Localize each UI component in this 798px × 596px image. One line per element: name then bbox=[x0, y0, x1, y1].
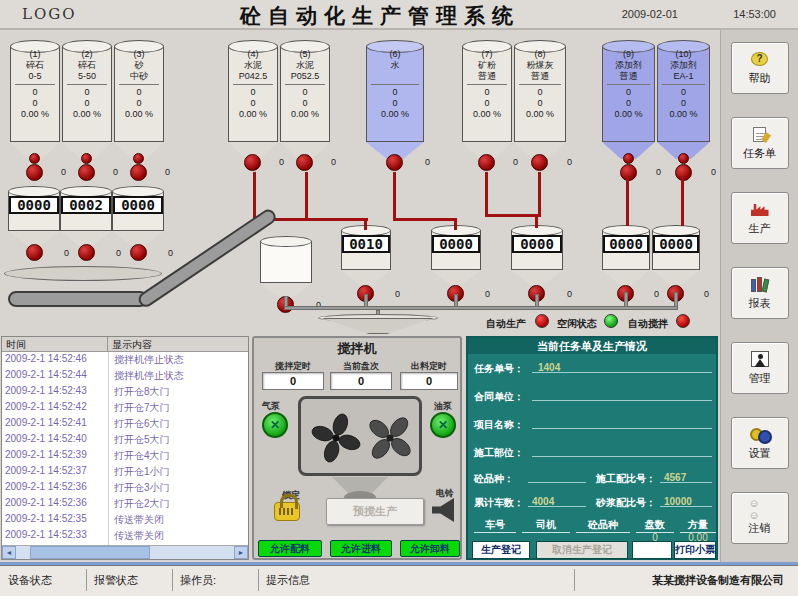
sidebar-button-5[interactable]: 管理 bbox=[731, 342, 789, 394]
log-row[interactable]: 2009-2-1 14:52:41打开仓6大门 bbox=[2, 416, 248, 432]
silo-material: 碎石 bbox=[63, 60, 111, 71]
silo-2: (2)碎石5-50000.00 %0 bbox=[62, 40, 112, 192]
silo-gate-valve[interactable] bbox=[133, 153, 144, 164]
log-header: 时间 显示内容 bbox=[2, 337, 248, 352]
scale-display: 0010 bbox=[342, 235, 390, 253]
red-pipe bbox=[305, 172, 308, 220]
allow-button-3[interactable]: 允许卸料 bbox=[400, 540, 460, 557]
silo-value-2: 0 bbox=[63, 98, 111, 109]
log-time: 2009-2-1 14:52:39 bbox=[2, 448, 108, 464]
log-time: 2009-2-1 14:52:35 bbox=[2, 512, 108, 528]
sidebar-button-7[interactable]: ☺☺注销 bbox=[731, 492, 789, 544]
silo-body: (9)添加剂普通000.00 % bbox=[602, 46, 655, 142]
silo-discharge-valve[interactable] bbox=[531, 154, 548, 171]
log-row[interactable]: 2009-2-1 14:52:44搅拌机停止状态 bbox=[2, 368, 248, 384]
silo-material: 矿粉 bbox=[463, 60, 511, 71]
sidebar-button-1[interactable]: ?帮助 bbox=[731, 42, 789, 94]
silo-discharge-valve[interactable] bbox=[478, 154, 495, 171]
scale-valve[interactable] bbox=[78, 244, 95, 261]
silo-value-1: 0 bbox=[603, 87, 654, 98]
log-message: 打开仓5大门 bbox=[108, 432, 176, 448]
silo-discharge-valve[interactable] bbox=[130, 164, 147, 181]
task-field-value-1: 1404 bbox=[538, 362, 560, 373]
log-row[interactable]: 2009-2-1 14:52:40打开仓5大门 bbox=[2, 432, 248, 448]
silo-spec: 0-5 bbox=[11, 71, 59, 82]
task-table-header-3: 砼品种 bbox=[576, 518, 630, 533]
task-field-label-3: 项目名称： bbox=[474, 418, 524, 432]
silo-spec: 5-50 bbox=[63, 71, 111, 82]
silo-spec: P052.5 bbox=[281, 71, 329, 82]
silo-value-2: 0 bbox=[115, 98, 163, 109]
scale-cone bbox=[341, 270, 391, 285]
sidebar-button-6[interactable]: 设置 bbox=[731, 417, 789, 469]
red-pipe bbox=[485, 214, 541, 217]
log-row[interactable]: 2009-2-1 14:52:37打开仓1小门 bbox=[2, 464, 248, 480]
log-row[interactable]: 2009-2-1 14:52:46搅拌机停止状态 bbox=[2, 352, 248, 368]
silo-discharge-valve[interactable] bbox=[26, 164, 43, 181]
aggregate-scale-1: 00000 bbox=[8, 186, 60, 264]
log-row[interactable]: 2009-2-1 14:52:35传送带关闭 bbox=[2, 512, 248, 528]
log-message: 搅拌机停止状态 bbox=[108, 368, 190, 384]
log-row[interactable]: 2009-2-1 14:52:36打开仓3小门 bbox=[2, 480, 248, 496]
silo-value-1: 0 bbox=[515, 87, 565, 98]
lock-icon[interactable] bbox=[274, 502, 300, 521]
silo-gate-valve[interactable] bbox=[81, 153, 92, 164]
production-register-button[interactable]: 生产登记 bbox=[472, 541, 530, 559]
sidebar-button-2[interactable]: 任务单 bbox=[731, 117, 789, 169]
log-row[interactable]: 2009-2-1 14:52:39打开仓4大门 bbox=[2, 448, 248, 464]
allow-button-1[interactable]: 允许配料 bbox=[258, 540, 322, 557]
scale-valve[interactable] bbox=[130, 244, 147, 261]
silo-gate-valve[interactable] bbox=[29, 153, 40, 164]
silo-10: (10)添加剂EA-1000.00 %0 bbox=[657, 40, 710, 192]
red-pipe bbox=[253, 172, 256, 220]
premix-production-button[interactable]: 预搅生产 bbox=[326, 498, 424, 525]
silo-percent: 0.00 % bbox=[463, 109, 511, 120]
scroll-right-arrow-icon[interactable]: ► bbox=[234, 546, 248, 559]
header-date: 2009-02-01 bbox=[622, 8, 678, 20]
silo-gate-valve[interactable] bbox=[678, 153, 689, 164]
silo-discharge-valve[interactable] bbox=[78, 164, 95, 181]
task-pair-left-label-1: 砼品种： bbox=[474, 472, 514, 486]
silo-value-2: 0 bbox=[463, 98, 511, 109]
silo-value-2: 0 bbox=[658, 98, 709, 109]
silo-number: (6) bbox=[367, 49, 423, 60]
scale-valve[interactable] bbox=[26, 244, 43, 261]
mixer-field-value-1: 0 bbox=[262, 372, 324, 390]
scale-cone bbox=[602, 270, 650, 285]
valve-value: 0 bbox=[567, 157, 572, 167]
allow-button-2[interactable]: 允许进料 bbox=[330, 540, 392, 557]
log-scrollbar[interactable]: ◄ ► bbox=[2, 545, 248, 559]
silo-gate-valve[interactable] bbox=[623, 153, 634, 164]
silo-percent: 0.00 % bbox=[281, 109, 329, 120]
cancel-register-button[interactable]: 取消生产登记 bbox=[536, 541, 628, 559]
print-ticket-button[interactable]: 打印小票 bbox=[674, 541, 716, 559]
log-row[interactable]: 2009-2-1 14:52:42打开仓7大门 bbox=[2, 400, 248, 416]
red-pipe bbox=[393, 172, 396, 220]
silo-discharge-valve[interactable] bbox=[244, 154, 261, 171]
task-field-label-2: 合同单位： bbox=[474, 390, 524, 404]
scale-cone bbox=[652, 270, 700, 285]
sidebar-button-4[interactable]: 报表 bbox=[731, 267, 789, 319]
scroll-left-arrow-icon[interactable]: ◄ bbox=[2, 546, 16, 559]
silo-material: 水 bbox=[367, 60, 423, 71]
silo-body: (10)添加剂EA-1000.00 % bbox=[657, 46, 710, 142]
scale-valve-value: 0 bbox=[485, 289, 490, 299]
silo-discharge-valve[interactable] bbox=[296, 154, 313, 171]
silo-body: (7)矿粉普通000.00 % bbox=[462, 46, 512, 142]
silo-number: (9) bbox=[603, 49, 654, 60]
log-row[interactable]: 2009-2-1 14:52:36打开仓2大门 bbox=[2, 496, 248, 512]
silo-percent: 0.00 % bbox=[11, 109, 59, 120]
log-row[interactable]: 2009-2-1 14:52:43打开仓8大门 bbox=[2, 384, 248, 400]
scale-display: 0000 bbox=[9, 196, 59, 214]
silo-discharge-valve[interactable] bbox=[386, 154, 403, 171]
sidebar-button-3[interactable]: 生产 bbox=[731, 192, 789, 244]
scroll-thumb[interactable] bbox=[30, 546, 150, 559]
blank-input[interactable] bbox=[632, 541, 672, 559]
aggregate-scale-3: 00000 bbox=[112, 186, 164, 264]
silo-body: (4)水泥P042.5000.00 % bbox=[228, 46, 278, 142]
bell-speaker-icon[interactable] bbox=[432, 498, 454, 522]
silo-body: (8)粉煤灰普通000.00 % bbox=[514, 46, 566, 142]
silo-body: (2)碎石5-50000.00 % bbox=[62, 46, 112, 142]
log-row[interactable]: 2009-2-1 14:52:33传送带关闭 bbox=[2, 528, 248, 544]
silo-percent: 0.00 % bbox=[658, 109, 709, 120]
